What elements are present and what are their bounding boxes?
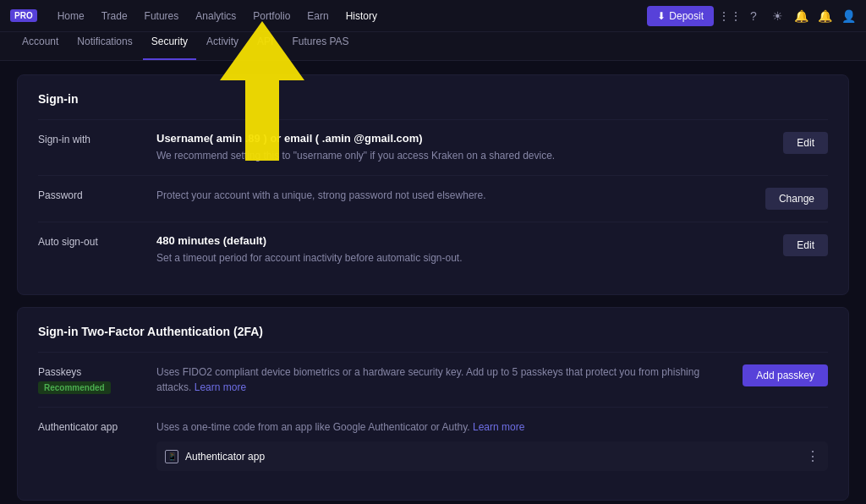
theme-icon[interactable]: ☀ [770, 8, 785, 24]
nav-analytics[interactable]: Analytics [189, 0, 243, 32]
passkeys-action: Add passkey [743, 364, 828, 386]
help-icon[interactable]: ? [746, 8, 761, 24]
password-desc: Protect your account with a unique, stro… [156, 188, 752, 203]
authenticator-item: 📱 Authenticator app ⋮ [156, 441, 828, 471]
auto-signout-label: Auto sign-out [38, 234, 156, 248]
tab-futures-pas[interactable]: Futures PAS [283, 31, 357, 60]
auth-app-item-label: Authenticator app [185, 451, 265, 463]
deposit-button[interactable]: ⬇ Deposit [647, 6, 714, 26]
signin-with-content: Username( amin .89 ) or email ( .amin @g… [156, 132, 770, 163]
passkeys-learn-more[interactable]: Learn more [195, 381, 246, 393]
tab-notifications[interactable]: Notifications [69, 31, 140, 60]
nav-futures[interactable]: Futures [138, 0, 186, 32]
auth-app-content: Uses a one-time code from an app like Go… [156, 419, 828, 471]
passkeys-content: Uses FIDO2 compliant device biometrics o… [156, 364, 729, 395]
signin-with-value: Username( amin .89 ) or email ( .amin @g… [156, 132, 770, 145]
auto-signout-action: Edit [783, 234, 828, 256]
grid-icon[interactable]: ⋮⋮ [722, 8, 737, 24]
signin-edit-button[interactable]: Edit [783, 132, 828, 154]
top-navigation: PRO Home Trade Futures Analytics Portfol… [0, 0, 866, 32]
twofa-section: Sign-in Two-Factor Authentication (2FA) … [17, 307, 849, 501]
auto-signout-desc: Set a timeout period for account inactiv… [156, 250, 770, 266]
signin-with-label: Sign-in with [38, 132, 156, 145]
nav-right-actions: ⬇ Deposit ⋮⋮ ? ☀ 🔔 🔔 👤 [647, 6, 856, 26]
signin-with-desc: We recommend setting this to "username o… [156, 148, 770, 163]
auto-signout-content: 480 minutes (default) Set a timeout peri… [156, 234, 770, 266]
signin-section: Sign-in Sign-in with Username( amin .89 … [17, 74, 849, 295]
auth-app-row: Authenticator app Uses a one-time code f… [38, 407, 828, 483]
auto-signout-edit-button[interactable]: Edit [783, 234, 828, 256]
nav-portfolio[interactable]: Portfolio [246, 0, 297, 32]
auth-app-label: Authenticator app [38, 419, 156, 433]
auto-signout-value: 480 minutes (default) [156, 234, 770, 247]
tab-security[interactable]: Security [143, 31, 196, 60]
signin-title: Sign-in [38, 92, 828, 106]
passkeys-label-col: Passkeys Recommended [38, 364, 156, 394]
nav-earn[interactable]: Earn [300, 0, 335, 32]
signin-with-row: Sign-in with Username( amin .89 ) or ema… [38, 119, 828, 175]
nav-history[interactable]: History [339, 0, 384, 32]
auth-app-desc: Uses a one-time code from an app like Go… [156, 419, 828, 435]
passkeys-row: Passkeys Recommended Uses FIDO2 complian… [38, 352, 828, 407]
nav-home[interactable]: Home [51, 0, 91, 32]
password-action: Change [765, 188, 828, 210]
tab-account[interactable]: Account [14, 31, 67, 60]
sub-tabs: Account Notifications Security Activity … [0, 32, 866, 61]
signin-with-action: Edit [783, 132, 828, 154]
password-label: Password [38, 188, 156, 201]
auth-app-icon: 📱 [165, 450, 178, 463]
passkeys-desc: Uses FIDO2 compliant device biometrics o… [156, 364, 729, 395]
user-icon[interactable]: 👤 [841, 8, 856, 24]
main-content: Sign-in Sign-in with Username( amin .89 … [0, 61, 866, 504]
auth-app-learn-more[interactable]: Learn more [473, 421, 524, 433]
auto-signout-row: Auto sign-out 480 minutes (default) Set … [38, 222, 828, 277]
tab-activity[interactable]: Activity [198, 31, 247, 60]
password-content: Protect your account with a unique, stro… [156, 188, 752, 203]
notification-icon[interactable]: 🔔 [793, 8, 808, 24]
auth-app-dots-menu[interactable]: ⋮ [806, 448, 819, 464]
alert-icon[interactable]: 🔔 [817, 8, 832, 24]
nav-trade[interactable]: Trade [95, 0, 134, 32]
recommended-badge: Recommended [38, 381, 111, 394]
logo: PRO [10, 9, 37, 22]
add-passkey-button[interactable]: Add passkey [743, 364, 828, 386]
deposit-icon: ⬇ [657, 10, 666, 22]
password-change-button[interactable]: Change [765, 188, 828, 210]
password-row: Password Protect your account with a uni… [38, 175, 828, 222]
tab-api[interactable]: API [249, 31, 282, 60]
twofa-title: Sign-in Two-Factor Authentication (2FA) [38, 325, 828, 338]
passkeys-label-text: Passkeys [38, 366, 156, 378]
